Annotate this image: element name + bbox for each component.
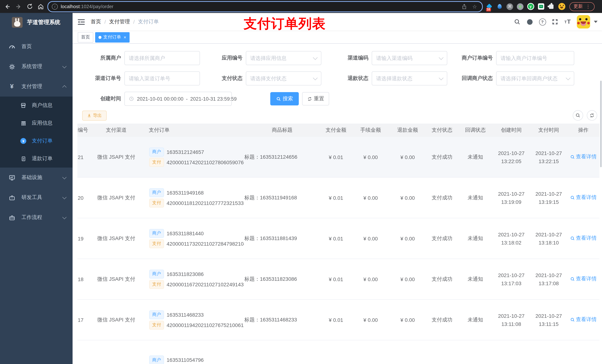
breadcrumb-home[interactable]: 首页: [91, 19, 101, 25]
pay-status-label: 支付状态: [200, 75, 246, 82]
sidebar-item-home[interactable]: 首页: [0, 37, 73, 57]
table-row-partial[interactable]: 商户1635311054796: [77, 340, 599, 364]
extension-chat-icon[interactable]: [537, 2, 545, 10]
close-icon[interactable]: ×: [124, 35, 126, 40]
refresh-button[interactable]: [587, 110, 597, 121]
date-start[interactable]: 2021-10-01 00:00:00: [137, 96, 183, 102]
sidebar-item-devtools[interactable]: 研发工具: [0, 187, 73, 208]
sidebar-item-infra[interactable]: 基础设施: [0, 167, 73, 187]
fullscreen-icon[interactable]: [549, 16, 561, 28]
sidebar-item-merchant-info[interactable]: 商户信息: [0, 96, 73, 114]
browser-update-button[interactable]: 更新⋮: [570, 2, 595, 11]
export-button[interactable]: 导出: [82, 110, 107, 120]
tags-view: 首页 支付订单×: [73, 31, 602, 44]
channel-code-select[interactable]: [372, 51, 447, 65]
toggle-search-button[interactable]: [573, 110, 583, 121]
refund-status-select[interactable]: [372, 71, 447, 85]
monitor-chart-icon: [8, 174, 16, 181]
view-detail-link[interactable]: 查看详情: [570, 276, 597, 282]
chevron-down-icon: [62, 64, 67, 68]
view-detail-link[interactable]: 查看详情: [570, 154, 597, 160]
channel-order-input[interactable]: [124, 71, 200, 85]
view-detail-link[interactable]: 查看详情: [570, 235, 597, 242]
sidebar-item-refund-order[interactable]: 退款订单: [0, 150, 73, 167]
help-icon[interactable]: ?: [536, 16, 549, 28]
share-icon[interactable]: [461, 3, 468, 10]
url-text: localhost:1024/pay/order: [61, 4, 113, 9]
date-range-picker[interactable]: 2021-10-01 00:00:00-2021-10-31 23:59:59: [124, 92, 232, 106]
sidebar-item-pay[interactable]: ¥ 支付管理: [0, 77, 73, 96]
scrollbar-thumb[interactable]: [600, 81, 602, 167]
pay-tag: 支付: [149, 239, 164, 248]
table-row[interactable]: 18 微信 JSAPI 支付 商户1635311823086 支付4200001…: [77, 259, 599, 300]
channel-code-label: 渠道编码: [321, 55, 372, 62]
chevron-down-icon: [439, 55, 443, 60]
col-refund: 退款金额: [389, 124, 426, 137]
yen-icon: ¥: [8, 83, 16, 90]
extension-gem-icon[interactable]: [495, 2, 504, 10]
pay-status-select[interactable]: [246, 71, 321, 85]
avatar[interactable]: [577, 15, 590, 29]
extension-emoji-icon[interactable]: [558, 2, 566, 10]
chevron-down-icon: [62, 215, 67, 219]
page: i localhost:1024/pay/order ☆ 10 ⌘ y 更新⋮ …: [0, 0, 602, 364]
address-bar[interactable]: i localhost:1024/pay/order ☆: [47, 1, 483, 12]
dashboard-icon: [8, 43, 16, 50]
sidebar-fold-icon[interactable]: [78, 19, 85, 25]
extension-tabs-icon[interactable]: 10: [485, 2, 493, 10]
extension-shortcut-icon[interactable]: ⌘: [506, 2, 514, 10]
callback-status-select[interactable]: [496, 71, 574, 85]
github-icon[interactable]: [524, 16, 536, 28]
reload-icon[interactable]: [25, 2, 34, 11]
tab-home[interactable]: 首页: [78, 32, 93, 42]
home-icon[interactable]: [36, 2, 45, 11]
merchant-select[interactable]: [124, 51, 200, 65]
bookmark-star-icon[interactable]: ☆: [471, 3, 478, 10]
browser-menu-dots-icon[interactable]: ⋮: [586, 4, 591, 9]
callback-status-label: 回调商户状态: [447, 75, 496, 82]
font-size-icon[interactable]: TT: [561, 16, 574, 28]
sidebar-item-system[interactable]: 系统管理: [0, 57, 73, 77]
merchant-order-input[interactable]: [496, 51, 574, 65]
sidebar-item-pay-order[interactable]: ¥ 支付订单: [0, 132, 73, 150]
tab-pay-order[interactable]: 支付订单×: [95, 32, 129, 42]
grid-icon: [20, 120, 27, 126]
chevron-down-icon: [313, 75, 317, 80]
merchant-tag: 商户: [149, 147, 164, 156]
pay-tag: 支付: [149, 198, 164, 207]
site-info-icon[interactable]: i: [52, 3, 58, 10]
col-paid: 支付时间: [530, 124, 567, 137]
document-icon: [20, 155, 27, 162]
yen-circle-icon: ¥: [20, 138, 27, 144]
extension-y-icon[interactable]: y: [527, 2, 535, 10]
browser-toolbar: i localhost:1024/pay/order ☆ 10 ⌘ y 更新⋮: [0, 0, 602, 13]
table-row[interactable]: 20 微信 JSAPI 支付 商户1635311949168 支付4200001…: [77, 177, 599, 218]
pay-tag: 支付: [149, 158, 164, 167]
sidebar-item-app-info[interactable]: 应用信息: [0, 114, 73, 132]
extension-puzzle-icon[interactable]: [547, 2, 555, 10]
table-row[interactable]: 21 微信 JSAPI 支付 商户1635312124657 支付4200001…: [77, 137, 599, 177]
col-created: 创建时间: [492, 124, 530, 137]
app-select[interactable]: [246, 51, 321, 65]
view-detail-link[interactable]: 查看详情: [570, 194, 597, 201]
search-icon[interactable]: [511, 16, 524, 28]
avatar-caret-icon[interactable]: [594, 21, 598, 23]
sidebar-item-workflow[interactable]: 工作流程: [0, 208, 73, 228]
date-end[interactable]: 2021-10-31 23:59:59: [190, 96, 237, 102]
table-row[interactable]: 19 微信 JSAPI 支付 商户1635311881440 支付4200001…: [77, 218, 599, 259]
active-dot-icon: [98, 36, 101, 39]
refund-status-label: 退款状态: [321, 75, 372, 82]
shop-icon: [20, 102, 27, 109]
briefcase-icon: [8, 214, 16, 221]
view-detail-link[interactable]: 查看详情: [570, 316, 597, 323]
back-icon[interactable]: [3, 2, 12, 11]
forward-icon[interactable]: [14, 2, 23, 11]
search-button[interactable]: 搜索: [270, 92, 299, 105]
reset-button[interactable]: 重置: [302, 92, 329, 105]
gear-icon: [8, 63, 16, 70]
col-title: 商品标题: [244, 124, 320, 137]
pay-submenu: 商户信息 应用信息 ¥ 支付订单 退款订单: [0, 96, 73, 167]
extension-recorder-icon[interactable]: [516, 2, 524, 10]
table-row[interactable]: 17 微信 JSAPI 支付 商户1635311468233 支付4200001…: [77, 300, 599, 340]
breadcrumb-parent[interactable]: 支付管理: [109, 19, 130, 25]
